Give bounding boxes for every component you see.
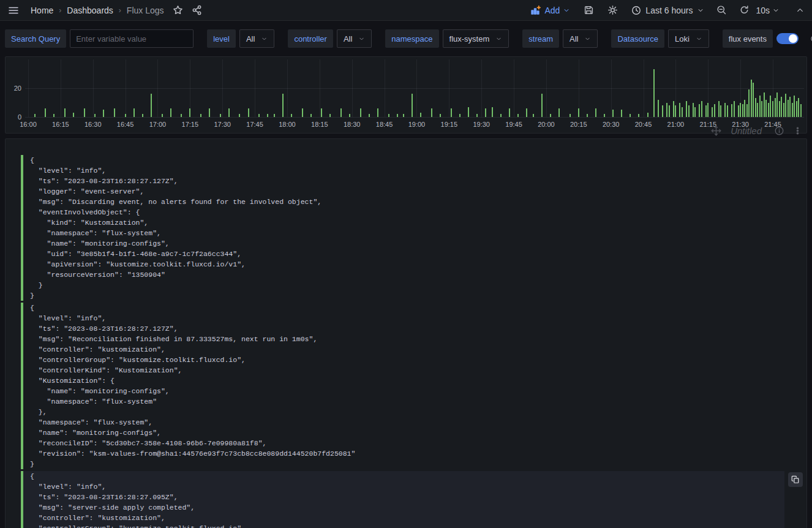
chart-bar [440, 114, 441, 117]
chart-bar [517, 114, 519, 117]
chart-bar [403, 114, 404, 117]
chart-bar [779, 101, 780, 117]
chart-bar [431, 108, 432, 117]
stream-value: All [570, 34, 578, 43]
chart-bar [377, 108, 378, 117]
chart-bar [45, 108, 46, 117]
log-row[interactable]: { "level": "info", "ts": "2023-08-23T16:… [21, 471, 784, 528]
chart-bar [764, 92, 765, 117]
datasource-dropdown[interactable]: Loki [668, 29, 709, 48]
move-panel-icon[interactable] [710, 125, 722, 137]
chart-bar [748, 89, 750, 117]
x-axis-tick-label: 16:15 [47, 120, 74, 129]
chart-bar [781, 97, 782, 117]
chart-plot[interactable]: 02016:0016:1516:3016:4517:0017:1517:3017… [6, 57, 806, 133]
chart-bar [360, 108, 361, 117]
chart-bar [794, 96, 795, 117]
breadcrumb-separator-icon: › [59, 6, 61, 15]
chart-bar [349, 114, 350, 117]
clock-icon [631, 6, 641, 15]
level-dropdown[interactable]: All [239, 29, 274, 48]
chart-bar [302, 108, 303, 117]
menu-icon[interactable] [7, 4, 20, 17]
breadcrumb: Home › Dashboards › Flux Logs [31, 6, 164, 15]
chart-bar [630, 114, 631, 117]
x-axis-tick-label: 18:30 [339, 120, 366, 129]
chart-bar [151, 94, 152, 117]
chart-bar [310, 114, 312, 117]
chart-bar [170, 108, 171, 117]
chart-bar [718, 101, 720, 117]
chart-bar [459, 114, 461, 117]
settings-gear-icon[interactable] [607, 5, 618, 15]
chart-bar [181, 114, 182, 117]
chart-bar [162, 114, 163, 117]
chart-bar [688, 105, 690, 117]
chart-bar [682, 107, 683, 117]
chart-bar [770, 96, 771, 117]
variable-controller: controller All [288, 29, 372, 48]
copy-log-line-icon[interactable] [788, 472, 803, 487]
log-row[interactable]: { "level": "info", "ts": "2023-08-23T16:… [21, 303, 784, 469]
variable-namespace: namespace flux-system [385, 29, 509, 48]
refresh-interval-dropdown[interactable]: 10s [756, 6, 780, 15]
panel-info-icon[interactable] [774, 126, 784, 136]
chart-bar [621, 110, 622, 117]
x-axis-tick-label: 20:15 [565, 120, 592, 129]
variable-stream: stream All [522, 29, 598, 48]
chart-bar [274, 114, 275, 117]
topnav-actions: Add Last 6 hours 10s [517, 5, 805, 16]
time-range-picker[interactable]: Last 6 hours [631, 6, 704, 15]
chart-bar [755, 98, 756, 117]
x-axis-tick-label: 19:45 [500, 120, 527, 129]
chart-bar [468, 107, 469, 117]
add-button[interactable]: Add [530, 5, 570, 16]
flux-events-toggle[interactable] [776, 33, 799, 44]
namespace-dropdown[interactable]: flux-system [443, 29, 509, 48]
breadcrumb-dashboards[interactable]: Dashboards [67, 6, 113, 15]
chart-bar [751, 80, 752, 117]
chart-bar [669, 105, 670, 117]
x-gridline [61, 59, 61, 117]
chart-bar [239, 114, 240, 117]
x-gridline [611, 59, 612, 117]
zoom-out-icon[interactable] [716, 5, 727, 15]
top-navigation: Home › Dashboards › Flux Logs Add [0, 0, 812, 21]
x-axis-tick-label: 17:00 [144, 120, 171, 129]
x-axis-tick-label: 20:30 [598, 120, 625, 129]
chart-bar [679, 103, 680, 118]
chart-bar [476, 114, 478, 117]
flux-events-label: flux events [723, 29, 773, 48]
chart-bar [714, 104, 715, 117]
breadcrumb-home[interactable]: Home [31, 6, 53, 15]
chart-bar [647, 113, 648, 117]
chart-bar [142, 114, 143, 117]
stream-dropdown[interactable]: All [563, 29, 598, 48]
x-gridline [320, 59, 320, 117]
kiosk-mode-chevron-up-icon[interactable] [795, 6, 805, 15]
chart-bar [744, 100, 745, 117]
chart-bar [675, 105, 676, 117]
x-gridline [157, 59, 158, 117]
controller-dropdown[interactable]: All [337, 29, 372, 48]
chart-bar [776, 92, 778, 117]
variables-refresh-icon[interactable] [810, 34, 812, 43]
chart-bar [740, 103, 741, 118]
star-icon[interactable] [173, 5, 183, 15]
y-axis-tick-label: 20 [6, 84, 21, 92]
share-icon[interactable] [192, 5, 202, 15]
x-axis-tick-label: 16:00 [15, 120, 42, 129]
chart-bar [694, 107, 696, 117]
chart-bar [578, 108, 579, 117]
x-gridline [416, 59, 417, 117]
refresh-dashboard-icon[interactable] [739, 5, 750, 15]
chevron-down-icon [358, 36, 365, 42]
chart-bar [788, 100, 789, 117]
panel-menu-kebab-icon[interactable] [793, 126, 802, 135]
chart-bar [500, 114, 502, 117]
search-query-input[interactable] [70, 29, 194, 48]
save-dashboard-icon[interactable] [584, 5, 594, 15]
chart-bar [291, 114, 292, 117]
log-row[interactable]: { "level": "info", "ts": "2023-08-23T16:… [21, 155, 784, 301]
chart-bar [329, 114, 331, 117]
